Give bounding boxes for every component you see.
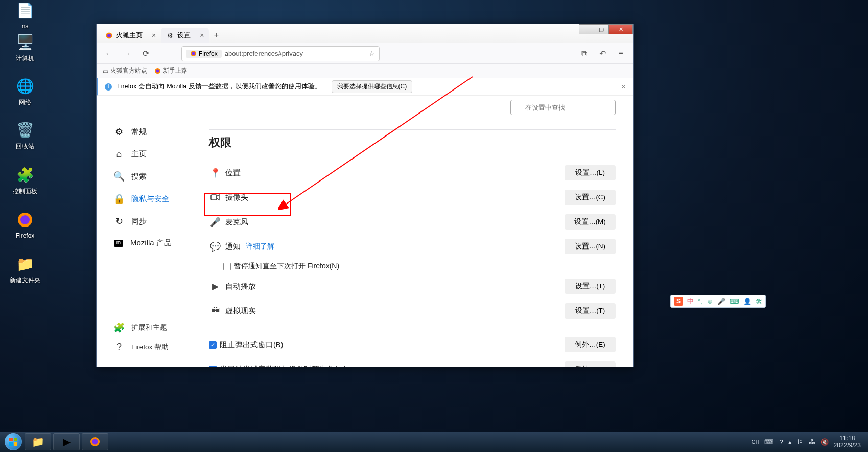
firefox-icon bbox=[190, 50, 197, 57]
ime-punct-icon[interactable]: °, bbox=[698, 298, 702, 305]
divider bbox=[209, 129, 616, 130]
ime-keyboard-icon[interactable]: ⌨ bbox=[730, 298, 739, 305]
exceptions-button-addons[interactable]: 例外…(E) bbox=[565, 361, 616, 367]
ime-settings-icon[interactable]: 🛠 bbox=[756, 298, 762, 305]
desktop-icon-network[interactable]: 🌐 网络 bbox=[7, 76, 43, 107]
tray-keyboard-icon[interactable]: ⌨ bbox=[764, 438, 774, 446]
perm-settings-button-location[interactable]: 设置…(L) bbox=[565, 165, 616, 180]
desktop-icon-firefox[interactable]: Firefox bbox=[7, 210, 43, 239]
svg-point-5 bbox=[192, 52, 195, 55]
titlebar[interactable]: 火狐主页 × ⚙ 设置 × + — ▢ ✕ bbox=[97, 24, 633, 43]
desktop-icon-ns[interactable]: 📄 ns bbox=[7, 0, 43, 30]
perm-settings-button-autoplay[interactable]: 设置…(T) bbox=[565, 279, 616, 294]
identity-pill[interactable]: Firefox bbox=[186, 50, 222, 58]
desktop-icon-new-folder[interactable]: 📁 新建文件夹 bbox=[7, 254, 43, 285]
close-icon[interactable]: × bbox=[200, 31, 204, 39]
tray-clock[interactable]: 11:18 2022/9/23 bbox=[834, 435, 861, 449]
svg-point-3 bbox=[107, 34, 111, 37]
sidebar-item-label: 搜索 bbox=[131, 172, 147, 182]
forward-button: → bbox=[120, 47, 134, 61]
close-button[interactable]: ✕ bbox=[608, 24, 633, 34]
sidebar-item-sync[interactable]: ↻ 同步 bbox=[109, 211, 204, 232]
sidebar-item-extensions[interactable]: 🧩 扩展和主题 bbox=[109, 318, 204, 337]
taskbar-mediaplayer[interactable]: ▶ bbox=[53, 433, 80, 450]
sidebar-item-home[interactable]: ⌂ 主页 bbox=[109, 144, 204, 165]
perm-settings-button-vr[interactable]: 设置…(T) bbox=[565, 303, 616, 319]
perm-settings-button-camera[interactable]: 设置…(C) bbox=[565, 190, 616, 205]
ime-user-icon[interactable]: 👤 bbox=[743, 298, 752, 305]
block-popups-row: ✓ 阻止弹出式窗口(B) 例外…(E) bbox=[209, 332, 621, 357]
maximize-button[interactable]: ▢ bbox=[594, 24, 609, 34]
tray-language[interactable]: CH bbox=[751, 439, 759, 445]
start-button[interactable] bbox=[3, 432, 24, 452]
tray-flag-icon[interactable]: 🏳 bbox=[797, 438, 804, 446]
help-icon: ? bbox=[114, 342, 124, 352]
desktop-icon-recycle[interactable]: 🗑️ 回收站 bbox=[7, 120, 43, 151]
tray-volume-icon[interactable]: 🔇 bbox=[820, 438, 829, 446]
folder-icon: 📁 bbox=[15, 254, 35, 274]
ime-toolbar[interactable]: S 中 °, ☺ 🎤 ⌨ 👤 🛠 bbox=[670, 295, 766, 308]
bookmark-star-icon[interactable]: ☆ bbox=[369, 50, 375, 57]
checkbox-checked[interactable]: ✓ bbox=[209, 341, 217, 349]
sidebar-item-label: 隐私与安全 bbox=[131, 194, 170, 204]
ime-language[interactable]: 中 bbox=[687, 297, 694, 306]
address-bar[interactable]: Firefox about:preferences#privacy ☆ bbox=[181, 46, 380, 61]
tab-homepage[interactable]: 火狐主页 × bbox=[100, 28, 161, 43]
notice-choose-button[interactable]: 我要选择提供哪些信息(C) bbox=[332, 80, 413, 93]
menu-icon[interactable]: ≡ bbox=[614, 47, 628, 61]
desktop-icon-computer[interactable]: 🖥️ 计算机 bbox=[7, 32, 43, 63]
autoplay-icon: ▶ bbox=[209, 281, 221, 292]
tab-settings[interactable]: ⚙ 设置 × bbox=[161, 28, 209, 43]
settings-search-input[interactable] bbox=[510, 100, 616, 115]
camera-icon bbox=[209, 194, 221, 201]
sidebar-item-search[interactable]: 🔍 搜索 bbox=[109, 166, 204, 187]
ime-voice-icon[interactable]: 🎤 bbox=[717, 298, 725, 305]
pause-notifications-checkbox-row[interactable]: 暂停通知直至下次打开 Firefox(N) bbox=[209, 259, 621, 274]
sidebar-item-label: Firefox 帮助 bbox=[131, 343, 169, 352]
checkbox-checked[interactable]: ✓ bbox=[209, 366, 217, 367]
perm-settings-button-microphone[interactable]: 设置…(M) bbox=[565, 214, 616, 230]
sidebar-item-help[interactable]: ? Firefox 帮助 bbox=[109, 337, 204, 356]
reload-button[interactable]: ⟳ bbox=[138, 47, 153, 61]
desktop-icon-label: 新建文件夹 bbox=[7, 276, 43, 285]
firefox-icon bbox=[154, 67, 161, 74]
desktop-icon-label: ns bbox=[7, 22, 43, 30]
sidebar-item-label: 常规 bbox=[131, 127, 147, 137]
screenshot-icon[interactable]: ⧉ bbox=[577, 47, 591, 61]
learn-more-link[interactable]: 详细了解 bbox=[246, 242, 274, 251]
bookmark-official-site[interactable]: ▭ 火狐官方站点 bbox=[103, 66, 147, 75]
bookmark-label: 新手上路 bbox=[163, 66, 187, 75]
svg-rect-10 bbox=[9, 438, 13, 441]
url-text: about:preferences#privacy bbox=[225, 50, 303, 57]
taskbar-firefox[interactable] bbox=[82, 433, 108, 450]
settings-content: ⚙ 常规 ⌂ 主页 🔍 搜索 🔒 隐私与安全 ↻ 同步 m Mozilla 产品 bbox=[97, 96, 633, 367]
new-tab-button[interactable]: + bbox=[209, 28, 223, 42]
undo-icon[interactable]: ↶ bbox=[595, 47, 609, 61]
toolbar: ← → ⟳ Firefox about:preferences#privacy … bbox=[97, 43, 633, 64]
settings-main: 🔍 权限 📍 位置 设置…(L) 摄像头 设置…(C) 🎤 麦克风 bbox=[204, 96, 633, 367]
back-button[interactable]: ← bbox=[102, 47, 116, 61]
settings-sidebar: ⚙ 常规 ⌂ 主页 🔍 搜索 🔒 隐私与安全 ↻ 同步 m Mozilla 产品 bbox=[97, 96, 204, 367]
bookmark-getting-started[interactable]: 新手上路 bbox=[154, 66, 187, 75]
tray-help-icon[interactable]: ? bbox=[779, 438, 783, 446]
close-icon[interactable]: × bbox=[621, 82, 626, 92]
tray-chevron-up-icon[interactable]: ▴ bbox=[788, 438, 792, 446]
svg-rect-8 bbox=[211, 195, 217, 200]
minimize-button[interactable]: — bbox=[579, 24, 594, 34]
desktop-icon-control-panel[interactable]: 🧩 控制面板 bbox=[7, 165, 43, 196]
tray-network-icon[interactable]: 🖧 bbox=[809, 438, 815, 446]
clock-time: 11:18 bbox=[834, 435, 861, 442]
perm-settings-button-notifications[interactable]: 设置…(N) bbox=[565, 239, 616, 254]
close-icon[interactable]: × bbox=[152, 31, 156, 39]
checkbox-unchecked[interactable] bbox=[223, 263, 231, 270]
svg-rect-13 bbox=[14, 442, 17, 446]
taskbar-explorer[interactable]: 📁 bbox=[25, 433, 51, 450]
ime-emoji-icon[interactable]: ☺ bbox=[707, 298, 713, 305]
clock-date: 2022/9/23 bbox=[834, 442, 861, 449]
sidebar-item-privacy[interactable]: 🔒 隐私与安全 bbox=[109, 188, 204, 210]
vr-icon: 🕶 bbox=[209, 306, 221, 316]
gear-icon: ⚙ bbox=[114, 126, 124, 138]
exceptions-button-popups[interactable]: 例外…(E) bbox=[565, 337, 616, 352]
sidebar-item-general[interactable]: ⚙ 常规 bbox=[109, 121, 204, 143]
sidebar-item-mozilla-products[interactable]: m Mozilla 产品 bbox=[109, 233, 204, 253]
